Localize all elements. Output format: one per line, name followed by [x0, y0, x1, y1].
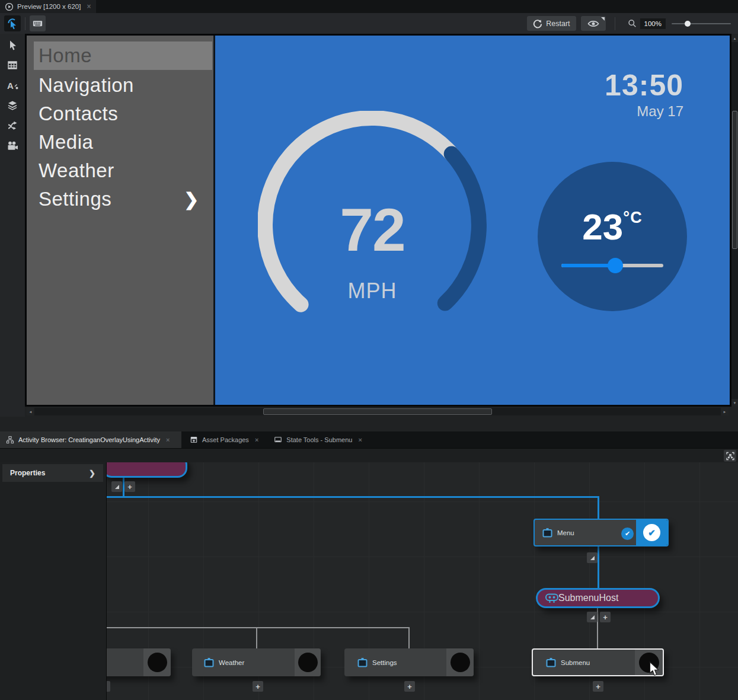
connection-line	[408, 627, 410, 650]
node-add-button[interactable]: +	[404, 681, 415, 692]
menu-item-label: Home	[39, 44, 92, 67]
pointer-click-icon	[7, 18, 18, 30]
hmi-clock: 13:50 May 17	[605, 70, 683, 120]
check-badge: ✔	[621, 528, 634, 540]
check-icon: ✔	[648, 528, 656, 538]
temperature-slider[interactable]	[561, 264, 663, 267]
node-state-socket[interactable]	[295, 648, 321, 676]
node-weather[interactable]: Weather	[192, 648, 321, 676]
node-add-button[interactable]: +	[253, 681, 263, 692]
node-collapse-button[interactable]	[587, 612, 598, 622]
tab-preview[interactable]: Preview [1200 x 620] ×	[0, 0, 96, 13]
node-add-button[interactable]: +	[593, 681, 603, 692]
state-dot[interactable]	[451, 653, 470, 672]
node-add-button[interactable]: +	[124, 481, 135, 492]
scroll-down-icon[interactable]: ▼	[731, 399, 738, 407]
node-label: Settings	[372, 659, 397, 666]
menu-item-label: Contacts	[39, 103, 118, 125]
node-state-socket[interactable]: ✔	[636, 520, 667, 545]
preview-toolbar: Restart 100%	[0, 13, 738, 34]
node-add-button[interactable]: +	[600, 612, 611, 622]
node-settings[interactable]: Settings	[344, 648, 474, 676]
keyboard-tool-button[interactable]	[30, 15, 46, 31]
preview-visibility-button[interactable]	[581, 16, 606, 31]
tab-activity-browser[interactable]: Activity Browser: CreatinganOverlayUsing…	[0, 431, 181, 448]
screen-icon	[546, 658, 556, 667]
menu-item-label: Weather	[39, 159, 114, 182]
preview-tab-bar: Preview [1200 x 620] ×	[0, 0, 738, 13]
hmi-menu-item-settings[interactable]: Settings ❯	[34, 185, 212, 213]
node-submenu[interactable]: Submenu	[532, 648, 664, 676]
node-collapse-button[interactable]	[587, 552, 598, 563]
node-label: Weather	[219, 659, 244, 666]
connection-line	[598, 496, 599, 520]
tab-close[interactable]: ×	[255, 436, 258, 443]
hmi-menu-item-media[interactable]: Media	[34, 128, 212, 156]
scroll-up-icon[interactable]: ▲	[731, 34, 738, 42]
hmi-menu-item-contacts[interactable]: Contacts	[34, 100, 212, 128]
temperature-value: 23°C	[538, 206, 687, 248]
hierarchy-icon	[6, 436, 14, 444]
vertical-scroll-thumb[interactable]	[732, 111, 737, 249]
node-collapse-button[interactable]	[111, 481, 122, 492]
node-clipped[interactable]	[107, 648, 171, 676]
text-tool-icon[interactable]: A	[7, 79, 18, 91]
properties-panel: Properties ❯	[0, 462, 107, 700]
scroll-right-icon[interactable]: ►	[721, 408, 729, 415]
clock-date: May 17	[605, 103, 683, 120]
table-tool-icon[interactable]	[7, 59, 18, 71]
zoom-slider-thumb[interactable]	[685, 21, 691, 27]
animation-tool-icon[interactable]	[7, 140, 18, 152]
connection-line	[256, 627, 257, 650]
hmi-menu-item-navigation[interactable]: Navigation	[34, 71, 212, 100]
state-dot[interactable]	[148, 653, 167, 672]
screen-icon	[204, 658, 214, 667]
window-icon	[274, 436, 282, 444]
tab-close[interactable]: ×	[166, 436, 170, 443]
hmi-menu-item-weather[interactable]: Weather	[34, 156, 212, 185]
pointer-tool-button[interactable]	[4, 15, 21, 31]
temperature-unit: °C	[623, 209, 642, 226]
scroll-left-icon[interactable]: ◄	[27, 408, 34, 415]
menu-item-label: Navigation	[39, 74, 134, 97]
node-state-socket[interactable]	[446, 648, 474, 676]
tab-close[interactable]: ×	[358, 436, 362, 443]
collapse-triangle-icon	[115, 485, 119, 489]
layers-tool-icon[interactable]	[7, 100, 18, 111]
connection-line	[107, 496, 599, 498]
activity-pane-toolbar	[0, 448, 738, 462]
restart-button[interactable]: Restart	[527, 16, 576, 31]
tab-preview-close[interactable]: ×	[87, 2, 91, 11]
tab-label: State Tools - Submenu	[286, 436, 352, 443]
node-state-socket[interactable]	[143, 648, 171, 676]
node-menu[interactable]: Menu ✔ ✔	[533, 519, 669, 546]
horizontal-scroll-thumb[interactable]	[263, 408, 492, 415]
preview-horizontal-scrollbar[interactable]: ◄ ►	[27, 408, 729, 415]
hmi-menu-item-home[interactable]: Home	[34, 41, 212, 70]
fit-view-button[interactable]	[724, 450, 736, 462]
preview-frame: Home Navigation Contacts Media Weather S…	[25, 34, 731, 407]
tab-asset-packages[interactable]: Asset Packages ×	[184, 431, 264, 448]
properties-header[interactable]: Properties ❯	[2, 464, 103, 482]
preview-vertical-scrollbar[interactable]: ▲ ▼	[731, 34, 738, 407]
select-tool-icon[interactable]	[7, 39, 18, 51]
state-dot[interactable]	[298, 653, 318, 672]
zoom-value[interactable]: 100%	[640, 18, 666, 29]
svg-text:A: A	[7, 81, 14, 91]
activity-graph[interactable]: + Menu ✔ ✔	[107, 462, 738, 700]
temperature-slider-thumb[interactable]	[608, 258, 623, 273]
chevron-right-icon: ❯	[89, 469, 95, 478]
tab-state-tools[interactable]: State Tools - Submenu ×	[268, 431, 368, 448]
screen-icon	[357, 658, 368, 667]
node-submenu-host[interactable]: SubmenuHost	[536, 588, 660, 608]
collapse-triangle-icon	[590, 615, 595, 619]
node-overlay-activity[interactable]	[107, 462, 187, 478]
collapse-triangle-icon	[590, 556, 595, 560]
connection-line	[598, 546, 599, 589]
magnifier-icon	[628, 19, 637, 28]
node-add-button[interactable]	[107, 681, 110, 692]
menu-item-label: Media	[39, 131, 93, 154]
connection-tool-icon[interactable]	[7, 120, 18, 132]
hmi-canvas: Home Navigation Contacts Media Weather S…	[27, 36, 730, 405]
zoom-slider[interactable]	[672, 23, 731, 24]
